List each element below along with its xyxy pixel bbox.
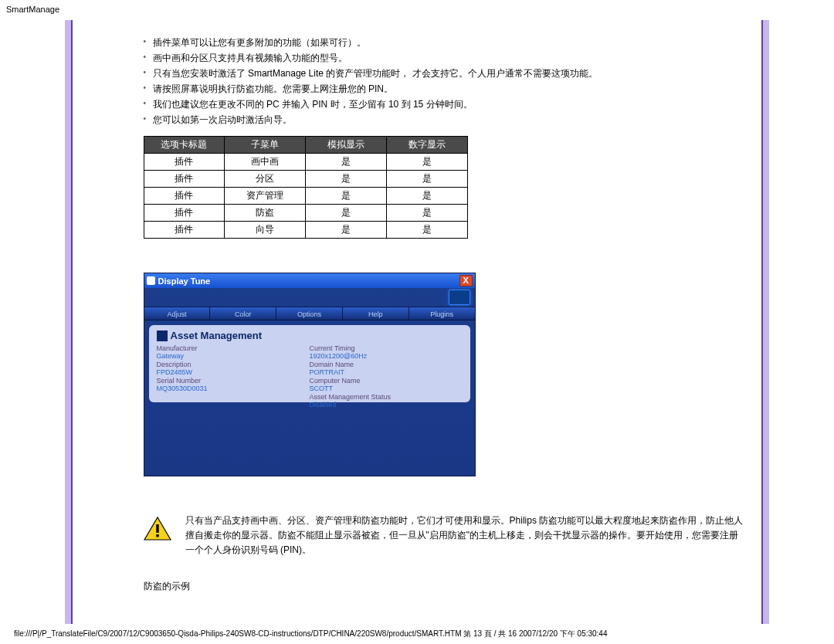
table-header: 选项卡标题 xyxy=(144,137,225,154)
note-item: 我们也建议您在更改不同的 PC 并输入 PIN 时，至少留有 10 到 15 分… xyxy=(144,97,747,111)
field-label: Serial Number xyxy=(157,377,310,385)
svg-rect-2 xyxy=(156,534,158,537)
screenshot-tab: Options xyxy=(276,307,343,320)
table-cell: 插件 xyxy=(144,171,225,188)
note-item: 请按照屏幕说明执行防盗功能。您需要上网注册您的 PIN。 xyxy=(144,82,747,96)
table-cell: 插件 xyxy=(144,154,225,171)
table-header: 子菜单 xyxy=(225,137,306,154)
table-row: 插件资产管理是是 xyxy=(144,188,467,205)
field-value: Gateway xyxy=(157,352,310,360)
screenshot-tab: Adjust xyxy=(144,307,211,320)
panel-title: Asset Management xyxy=(171,330,262,341)
table-cell: 插件 xyxy=(144,205,225,222)
field-label: Domain Name xyxy=(310,361,463,368)
table-header: 数字显示 xyxy=(386,137,467,154)
warning-icon xyxy=(144,517,171,544)
table-cell: 插件 xyxy=(144,188,225,205)
asset-management-panel: Asset Management ManufacturerGatewayDesc… xyxy=(149,325,470,402)
field-label: Current Timing xyxy=(310,344,463,352)
close-icon[interactable]: X xyxy=(459,275,473,286)
left-border xyxy=(65,20,73,624)
field-value: PORTRAIT xyxy=(310,368,463,376)
field-label: Description xyxy=(157,361,310,368)
subheading: 防盗的示例 xyxy=(144,580,747,593)
field-label: Asset Management Status xyxy=(310,393,463,401)
window-title: Display Tune xyxy=(158,276,211,286)
brand-badge xyxy=(449,290,470,305)
screenshot-tab: Plugins xyxy=(409,307,475,320)
window-titlebar: Display Tune X xyxy=(144,273,475,288)
table-cell: 资产管理 xyxy=(225,188,306,205)
table-cell: 是 xyxy=(306,222,387,239)
features-table: 选项卡标题子菜单模拟显示数字显示 插件画中画是是插件分区是是插件资产管理是是插件… xyxy=(144,136,468,239)
warning-text: 只有当产品支持画中画、分区、资产管理和防盗功能时，它们才可使用和显示。Phili… xyxy=(185,514,747,558)
note-item: 画中画和分区只支持具有视频输入功能的型号。 xyxy=(144,51,747,65)
table-cell: 是 xyxy=(306,188,387,205)
table-cell: 分区 xyxy=(225,171,306,188)
field-value: FPD2485W xyxy=(157,368,310,376)
note-item: 您可以如第一次启动时激活向导。 xyxy=(144,113,747,127)
field-label: Computer Name xyxy=(310,377,463,385)
field-value: 1920x1200@60Hz xyxy=(310,352,463,360)
page-title: SmartManage xyxy=(0,0,834,14)
svg-rect-1 xyxy=(156,524,158,533)
notes-list: 插件菜单可以让您有更多附加的功能（如果可行）。画中画和分区只支持具有视频输入功能… xyxy=(144,36,747,127)
table-cell: 是 xyxy=(386,154,467,171)
table-cell: 是 xyxy=(306,205,387,222)
table-cell: 向导 xyxy=(225,222,306,239)
table-cell: 是 xyxy=(306,171,387,188)
table-cell: 是 xyxy=(306,154,387,171)
screenshot-tab: Color xyxy=(210,307,276,320)
window-icon xyxy=(147,276,155,285)
field-value: MQ30530D0031 xyxy=(157,385,310,392)
table-cell: 是 xyxy=(386,188,467,205)
note-item: 只有当您安装时激活了 SmartManage Lite 的资产管理功能时， 才会… xyxy=(144,66,747,80)
screenshot-display-tune: Display Tune X AdjustColorOptionsHelpPlu… xyxy=(144,273,476,476)
note-item: 插件菜单可以让您有更多附加的功能（如果可行）。 xyxy=(144,36,747,49)
field-label: Manufacturer xyxy=(157,344,310,352)
table-cell: 防盗 xyxy=(225,205,306,222)
screenshot-tabs: AdjustColorOptionsHelpPlugins xyxy=(144,307,475,320)
table-header: 模拟显示 xyxy=(306,137,387,154)
field-value: SCOTT xyxy=(310,385,463,392)
panel-icon xyxy=(157,330,168,341)
table-row: 插件画中画是是 xyxy=(144,154,467,171)
right-border xyxy=(761,20,769,624)
table-cell: 是 xyxy=(386,205,467,222)
table-header-row: 选项卡标题子菜单模拟显示数字显示 xyxy=(144,137,467,154)
table-cell: 画中画 xyxy=(225,154,306,171)
table-cell: 是 xyxy=(386,171,467,188)
table-row: 插件防盗是是 xyxy=(144,205,467,222)
table-row: 插件分区是是 xyxy=(144,171,467,188)
field-value: Disabled xyxy=(310,401,463,408)
table-row: 插件向导是是 xyxy=(144,222,467,239)
screenshot-tab: Help xyxy=(343,307,409,320)
table-cell: 是 xyxy=(386,222,467,239)
table-cell: 插件 xyxy=(144,222,225,239)
